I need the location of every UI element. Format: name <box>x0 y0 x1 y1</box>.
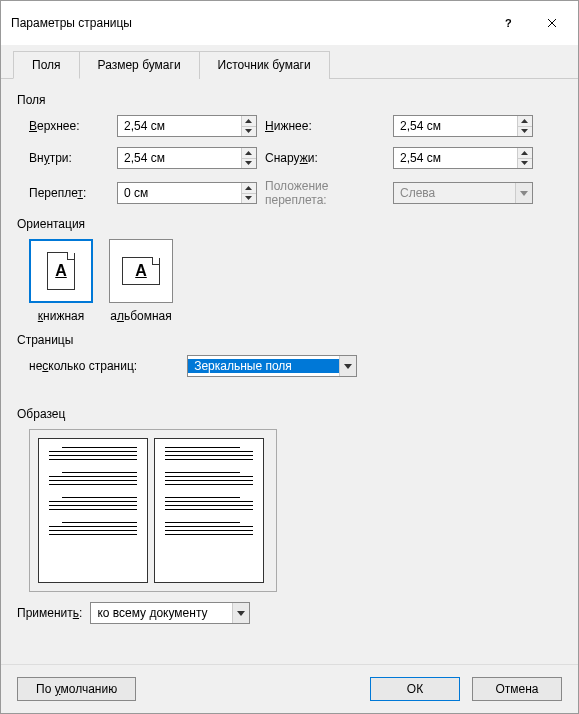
gutter-input[interactable] <box>118 183 241 203</box>
spinner-down-icon[interactable] <box>242 159 256 169</box>
landscape-preview-icon: А <box>109 239 173 303</box>
portrait-preview-icon: А <box>29 239 93 303</box>
orientation-portrait[interactable]: А книжная <box>29 239 93 323</box>
inside-margin-input[interactable] <box>118 148 241 168</box>
tab-paper-source[interactable]: Источник бумаги <box>199 51 330 79</box>
gutter-spinner[interactable] <box>117 182 257 204</box>
bottom-margin-label: Нижнее: <box>265 119 385 133</box>
spinner-up-icon[interactable] <box>518 116 532 127</box>
preview-box <box>29 429 277 592</box>
spinner-down-icon[interactable] <box>242 127 256 137</box>
gutter-position-dropdown: Слева <box>393 182 533 204</box>
gutter-label: Переплет: <box>29 186 109 200</box>
preview-page-left <box>38 438 148 583</box>
dialog-footer: По умолчанию ОК Отмена <box>1 664 578 713</box>
outside-margin-label: Снаружи: <box>265 151 385 165</box>
preview-page-right <box>154 438 264 583</box>
help-button[interactable]: ? <box>486 9 530 37</box>
inside-margin-spinner[interactable] <box>117 147 257 169</box>
bottom-margin-spinner[interactable] <box>393 115 533 137</box>
svg-text:?: ? <box>505 18 512 28</box>
pages-group-label: Страницы <box>17 333 562 347</box>
spinner-down-icon[interactable] <box>518 159 532 169</box>
spinner-up-icon[interactable] <box>242 183 256 194</box>
orientation-group-label: Ориентация <box>17 217 562 231</box>
close-button[interactable] <box>530 9 574 37</box>
apply-to-label: Применить: <box>17 606 82 620</box>
spinner-down-icon[interactable] <box>242 194 256 204</box>
ok-button[interactable]: ОК <box>370 677 460 701</box>
spinner-up-icon[interactable] <box>242 116 256 127</box>
dialog-title: Параметры страницы <box>11 16 132 30</box>
top-margin-label: Верхнее: <box>29 119 109 133</box>
spinner-up-icon[interactable] <box>518 148 532 159</box>
multiple-pages-value: Зеркальные поля <box>188 359 339 373</box>
spinner-up-icon[interactable] <box>242 148 256 159</box>
multiple-pages-dropdown[interactable]: Зеркальные поля <box>187 355 357 377</box>
dialog-content: Поля Верхнее: Нижнее: Внутри: Снаружи: <box>1 79 578 664</box>
chevron-down-icon <box>515 183 532 203</box>
chevron-down-icon[interactable] <box>232 603 249 623</box>
portrait-label: книжная <box>38 309 84 323</box>
tab-margins[interactable]: Поля <box>13 51 80 79</box>
tab-bar: Поля Размер бумаги Источник бумаги <box>1 45 578 79</box>
inside-margin-label: Внутри: <box>29 151 109 165</box>
default-button[interactable]: По умолчанию <box>17 677 136 701</box>
top-margin-input[interactable] <box>118 116 241 136</box>
outside-margin-spinner[interactable] <box>393 147 533 169</box>
orientation-landscape[interactable]: А альбомная <box>109 239 173 323</box>
preview-group-label: Образец <box>17 407 562 421</box>
cancel-button[interactable]: Отмена <box>472 677 562 701</box>
titlebar: Параметры страницы ? <box>1 1 578 45</box>
top-margin-spinner[interactable] <box>117 115 257 137</box>
apply-to-dropdown[interactable]: ко всему документу <box>90 602 250 624</box>
bottom-margin-input[interactable] <box>394 116 517 136</box>
outside-margin-input[interactable] <box>394 148 517 168</box>
margins-group-label: Поля <box>17 93 562 107</box>
multiple-pages-label: несколько страниц: <box>29 359 137 373</box>
apply-to-value: ко всему документу <box>91 606 232 620</box>
page-setup-dialog: Параметры страницы ? Поля Размер бумаги … <box>0 0 579 714</box>
gutter-position-value: Слева <box>394 186 515 200</box>
gutter-position-label: Положение переплета: <box>265 179 385 207</box>
landscape-label: альбомная <box>110 309 172 323</box>
chevron-down-icon[interactable] <box>339 356 356 376</box>
tab-paper-size[interactable]: Размер бумаги <box>79 51 200 79</box>
spinner-down-icon[interactable] <box>518 127 532 137</box>
